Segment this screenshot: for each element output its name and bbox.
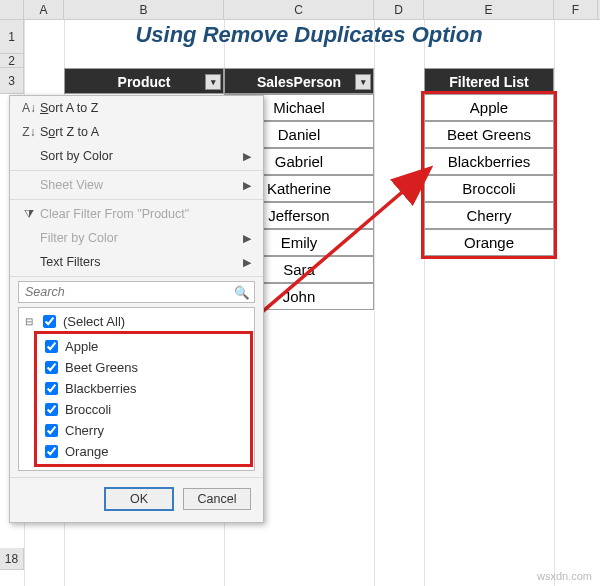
col-B[interactable]: B <box>64 0 224 19</box>
menu-text-filters[interactable]: Text Filters ▶ <box>10 250 263 274</box>
filter-menu: A↓ Sort A to Z Z↓ Sort Z to A Sort by Co… <box>9 95 264 523</box>
row-3[interactable]: 3 <box>0 68 24 94</box>
col-A[interactable]: A <box>24 0 64 19</box>
cell-filtered[interactable]: Broccoli <box>424 175 554 202</box>
menu-sort-za[interactable]: Z↓ Sort Z to A <box>10 120 263 144</box>
check-item[interactable]: Blackberries <box>39 378 248 399</box>
check-item[interactable]: Beet Greens <box>39 357 248 378</box>
check-item[interactable]: Orange <box>39 441 248 462</box>
col-D[interactable]: D <box>374 0 424 19</box>
header-filtered: Filtered List <box>424 68 554 94</box>
chevron-right-icon: ▶ <box>243 179 255 192</box>
cell-filtered[interactable]: Cherry <box>424 202 554 229</box>
clear-filter-icon: ⧩ <box>18 207 40 221</box>
sort-za-icon: Z↓ <box>18 125 40 139</box>
header-product: Product ▾ <box>64 68 224 94</box>
cancel-button[interactable]: Cancel <box>183 488 251 510</box>
search-icon: 🔍 <box>234 285 250 300</box>
check-item[interactable]: Cherry <box>39 420 248 441</box>
filter-search[interactable]: 🔍 <box>18 281 255 303</box>
check-item[interactable]: Broccoli <box>39 399 248 420</box>
menu-sheet-view: Sheet View ▶ <box>10 173 263 197</box>
cell-filtered[interactable]: Orange <box>424 229 554 256</box>
row-2[interactable]: 2 <box>0 54 24 68</box>
check-item[interactable]: Apple <box>39 336 248 357</box>
menu-filter-color: Filter by Color ▶ <box>10 226 263 250</box>
col-E[interactable]: E <box>424 0 554 19</box>
col-C[interactable]: C <box>224 0 374 19</box>
cell-filtered[interactable]: Apple <box>424 94 554 121</box>
menu-sort-az[interactable]: A↓ Sort A to Z <box>10 96 263 120</box>
chevron-right-icon: ▶ <box>243 150 255 163</box>
ok-button[interactable]: OK <box>105 488 173 510</box>
header-salesperson: SalesPerson ▾ <box>224 68 374 94</box>
menu-clear-filter: ⧩ Clear Filter From "Product" <box>10 202 263 226</box>
watermark: wsxdn.com <box>537 570 592 582</box>
row-18[interactable]: 18 <box>0 548 24 570</box>
filter-dropdown-salesperson[interactable]: ▾ <box>355 74 371 90</box>
chevron-right-icon: ▶ <box>243 232 255 245</box>
filter-dropdown-product[interactable]: ▾ <box>205 74 221 90</box>
sort-az-icon: A↓ <box>18 101 40 115</box>
cell-filtered[interactable]: Beet Greens <box>424 121 554 148</box>
column-headers: A B C D E F <box>0 0 600 20</box>
checklist-highlight: Apple Beet Greens Blackberries Broccoli … <box>37 334 250 464</box>
chevron-right-icon: ▶ <box>243 256 255 269</box>
col-F[interactable]: F <box>554 0 598 19</box>
menu-sort-color[interactable]: Sort by Color ▶ <box>10 144 263 168</box>
page-title: Using Remove Duplicates Option <box>64 22 554 48</box>
cell-filtered[interactable]: Blackberries <box>424 148 554 175</box>
search-input[interactable] <box>23 284 234 300</box>
filter-checklist: ⊟ (Select All) Apple Beet Greens Blackbe… <box>18 307 255 471</box>
check-select-all[interactable]: ⊟ (Select All) <box>23 311 250 332</box>
row-1[interactable]: 1 <box>0 20 24 54</box>
